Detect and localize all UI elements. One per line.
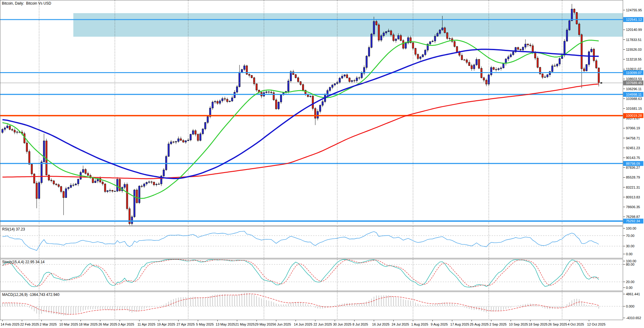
bull-candle-body (591, 49, 592, 52)
bull-candle-body (388, 31, 389, 31)
date-tick-label: 1 Aug 2025 (411, 322, 428, 326)
price-tick-label: 76298.87 (626, 215, 640, 219)
bear-candle-body (517, 47, 519, 49)
bull-candle-body (200, 134, 201, 140)
bull-candle-body (368, 47, 370, 56)
bull-candle-body (319, 105, 321, 111)
bull-candle-body (139, 186, 140, 203)
bull-candle-body (503, 64, 504, 68)
bull-candle-body (373, 21, 375, 34)
bull-candle-body (498, 68, 499, 69)
indicator-tick-label: 80.00 (626, 263, 635, 266)
bull-candle-body (341, 76, 343, 78)
bull-candle-body (175, 142, 177, 142)
bull-candle-body (339, 78, 340, 82)
date-tick-label: 2 Mar 2025 (40, 322, 57, 326)
date-tick-label: 6 Jun 2025 (274, 322, 291, 326)
bull-candle-body (219, 101, 221, 103)
date-tick-label: 14 Jun 2025 (294, 322, 313, 326)
bull-candle-body (94, 181, 96, 182)
date-tick-label: 12 Oct 2025 (587, 322, 605, 326)
bull-candle-body (317, 112, 318, 118)
bull-candle-body (6, 126, 8, 128)
date-tick-label: 5 May 2025 (196, 322, 213, 326)
bear-candle-body (183, 140, 184, 142)
bear-candle-body (126, 184, 128, 209)
bear-candle-body (393, 35, 394, 41)
bull-candle-body (109, 190, 111, 191)
bear-candle-body (14, 130, 15, 132)
current-price-line (0, 82, 623, 84)
bear-candle-body (378, 25, 379, 40)
bull-candle-body (488, 75, 490, 84)
bull-candle-body (442, 28, 443, 30)
date-tick-label: 29 May 2025 (255, 322, 274, 326)
bear-candle-body (542, 74, 543, 77)
chart-canvas[interactable]: 124755.95120140.99117833.51115526.031132… (0, 0, 644, 328)
bear-candle-body (466, 60, 468, 62)
bull-candle-body (334, 84, 335, 85)
bull-candle-body (4, 128, 6, 129)
bear-candle-body (464, 60, 465, 60)
bull-candle-body (356, 78, 357, 81)
bull-candle-body (361, 73, 362, 78)
bull-candle-body (424, 50, 426, 55)
bear-candle-body (300, 82, 302, 84)
bull-candle-body (544, 77, 546, 77)
panel-frame (0, 259, 623, 291)
indicator-tick-label: 20.00 (626, 280, 635, 284)
bear-candle-body (295, 75, 297, 78)
bear-candle-body (249, 74, 250, 76)
date-tick-label: 18 Sep 2025 (528, 322, 547, 326)
date-tick-label: 24 Jul 2025 (392, 322, 409, 326)
bull-candle-body (207, 116, 209, 122)
date-tick-label: 9 Aug 2025 (431, 322, 448, 326)
bear-candle-body (28, 152, 30, 164)
bull-candle-body (229, 101, 231, 102)
stoch-indicator-label: Stoch(15,4,4) 22.95 34.14 (2, 260, 45, 264)
bear-candle-body (468, 62, 470, 66)
bull-candle-body (371, 34, 372, 47)
bull-candle-body (16, 132, 18, 132)
indicator-tick-label: 0.000 (626, 304, 635, 308)
bull-candle-body (107, 191, 108, 192)
bull-candle-body (214, 101, 216, 102)
bull-candle-body (77, 179, 79, 184)
bull-candle-body (114, 191, 116, 191)
bear-candle-body (530, 45, 531, 46)
bear-candle-body (537, 58, 539, 67)
price-badge-label: 122541.12 (626, 18, 642, 21)
bull-candle-body (331, 85, 333, 87)
bear-candle-body (471, 66, 472, 69)
indicator-tick-label: 0.00 (626, 252, 632, 256)
macd-indicator-label: MACD(12,26,9) -1364.743 472.940 (2, 293, 59, 297)
month-separators (39, 0, 562, 319)
bear-candle-body (535, 53, 536, 58)
bear-candle-body (493, 68, 494, 69)
bear-candle-body (85, 169, 86, 173)
date-tick-label: 2 Sep 2025 (489, 322, 506, 326)
date-tick-label: 22 Jun 2025 (313, 322, 332, 326)
bull-candle-body (280, 95, 282, 102)
bear-candle-body (48, 175, 50, 180)
bull-candle-body (158, 184, 160, 184)
bull-candle-body (185, 141, 187, 142)
bull-candle-body (38, 183, 40, 199)
bull-candle-body (68, 187, 69, 189)
panel-frame (0, 227, 623, 258)
bear-candle-body (495, 69, 497, 70)
supply-zone-rect (73, 13, 623, 37)
bear-candle-body (33, 174, 35, 183)
date-tick-label: 14 Feb 2025 (1, 322, 20, 326)
bear-candle-body (195, 131, 196, 134)
price-tick-label: 85528.79 (626, 175, 640, 179)
bear-candle-body (353, 80, 355, 81)
bull-candle-body (41, 162, 42, 182)
bear-candle-body (461, 55, 463, 60)
price-badge-label: 104998.11 (626, 93, 642, 96)
bear-candle-body (415, 48, 416, 54)
bear-candle-body (574, 9, 575, 13)
bull-candle-body (278, 102, 279, 109)
date-tick-label: 11 Apr 2025 (138, 322, 156, 326)
date-tick-label: 17 Aug 2025 (450, 322, 469, 326)
